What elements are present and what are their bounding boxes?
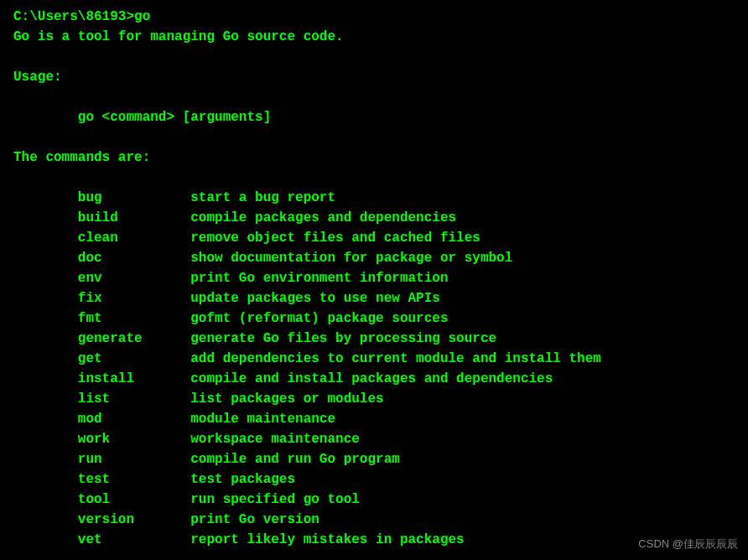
prompt-text: C:\Users\86193> (13, 9, 134, 24)
command-name: work (78, 429, 190, 449)
command-name: fix (78, 288, 190, 309)
command-row: fixupdate packages to use new APIs (13, 288, 735, 309)
command-name: vet (78, 530, 190, 550)
command-row: toolrun specified go tool (13, 490, 735, 510)
typed-command: go (134, 9, 150, 24)
command-name: clean (78, 228, 190, 248)
command-name: install (78, 369, 190, 389)
command-description: compile and run Go program (190, 449, 400, 469)
command-name: list (78, 389, 190, 409)
usage-line: go <command> [arguments] (13, 107, 735, 127)
command-row: testtest packages (13, 469, 735, 490)
command-description: workspace maintenance (190, 429, 360, 449)
commands-list: bugstart a bug reportbuildcompile packag… (13, 188, 735, 550)
command-name: mod (78, 409, 190, 429)
intro-text: Go is a tool for managing Go source code… (13, 27, 735, 47)
command-name: test (78, 469, 190, 490)
command-description: compile and install packages and depende… (190, 369, 553, 389)
command-prompt-line[interactable]: C:\Users\86193>go (13, 7, 735, 27)
command-description: generate Go files by processing source (190, 329, 496, 349)
command-description: start a bug report (190, 188, 335, 208)
command-row: versionprint Go version (13, 510, 735, 530)
command-row: listlist packages or modules (13, 389, 735, 409)
command-description: remove object files and cached files (190, 228, 480, 248)
command-row: modmodule maintenance (13, 409, 735, 429)
command-row: generategenerate Go files by processing … (13, 329, 735, 349)
command-row: vetreport likely mistakes in packages (13, 530, 735, 550)
command-description: show documentation for package or symbol (190, 248, 512, 268)
command-name: bug (78, 188, 190, 208)
blank-line (13, 47, 735, 67)
command-name: generate (78, 329, 190, 349)
command-name: tool (78, 490, 190, 510)
command-description: print Go environment information (190, 268, 448, 288)
blank-line (13, 87, 735, 107)
command-row: fmtgofmt (reformat) package sources (13, 309, 735, 329)
command-row: buildcompile packages and dependencies (13, 208, 735, 228)
command-name: env (78, 268, 190, 288)
watermark-text: CSDN @佳辰辰辰辰 (638, 536, 738, 552)
command-name: get (78, 349, 190, 369)
command-name: fmt (78, 309, 190, 329)
command-description: compile packages and dependencies (190, 208, 456, 228)
command-row: bugstart a bug report (13, 188, 735, 208)
command-name: doc (78, 248, 190, 268)
commands-label: The commands are: (13, 148, 735, 168)
blank-line (13, 127, 735, 148)
command-name: version (78, 510, 190, 530)
command-description: print Go version (190, 510, 319, 530)
command-description: module maintenance (190, 409, 335, 429)
command-row: envprint Go environment information (13, 268, 735, 288)
command-description: run specified go tool (190, 490, 360, 510)
command-row: workworkspace maintenance (13, 429, 735, 449)
command-row: cleanremove object files and cached file… (13, 228, 735, 248)
command-row: runcompile and run Go program (13, 449, 735, 469)
command-name: run (78, 449, 190, 469)
command-description: add dependencies to current module and i… (190, 349, 601, 369)
command-name: build (78, 208, 190, 228)
command-description: update packages to use new APIs (190, 288, 440, 309)
command-description: gofmt (reformat) package sources (190, 309, 448, 329)
command-description: test packages (190, 469, 295, 490)
command-description: list packages or modules (190, 389, 383, 409)
command-row: getadd dependencies to current module an… (13, 349, 735, 369)
command-description: report likely mistakes in packages (190, 530, 464, 550)
command-row: installcompile and install packages and … (13, 369, 735, 389)
command-row: docshow documentation for package or sym… (13, 248, 735, 268)
usage-label: Usage: (13, 67, 735, 87)
blank-line (13, 168, 735, 188)
